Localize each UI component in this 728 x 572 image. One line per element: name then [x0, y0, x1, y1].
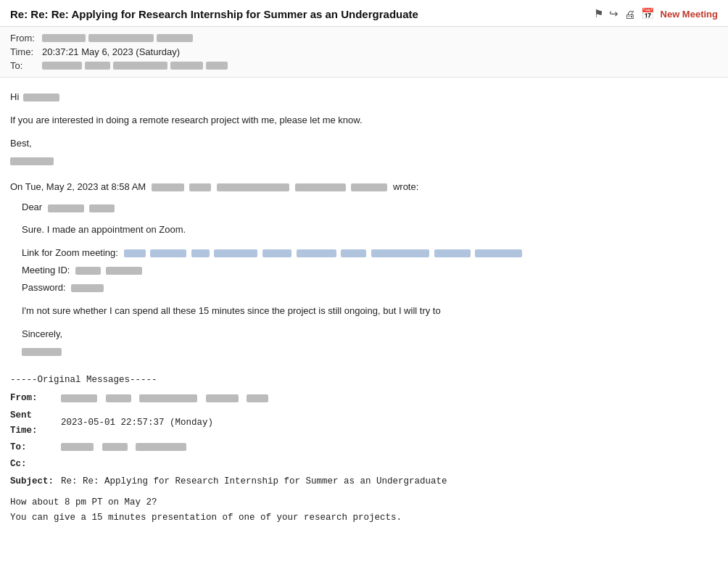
sincerely-word: Sincerely,	[22, 326, 718, 342]
to-email	[113, 62, 167, 70]
orig-from-2	[106, 394, 131, 402]
to-row: To:	[10, 60, 718, 71]
zoom-info-block: Link for Zoom meeting: Meeting ID: Passw…	[22, 245, 718, 296]
salutation-line: Hi	[10, 89, 718, 105]
sincerely-section: Sincerely,	[22, 326, 718, 360]
sure-line: Sure. I made an appointment on Zoom.	[22, 222, 718, 238]
original-from-row: From:	[10, 391, 718, 406]
closing-word: Best,	[10, 136, 718, 152]
from-name-1	[42, 34, 86, 42]
original-divider: -----Original Messages-----	[10, 373, 718, 388]
from-label: From:	[10, 33, 42, 43]
new-meeting-button[interactable]: New Meeting	[661, 9, 718, 20]
password-value	[71, 284, 104, 292]
original-body-line2: You can give a 15 minutes presentation o…	[10, 510, 718, 526]
quoted-sender-name	[22, 348, 62, 356]
orig-to-1	[61, 443, 94, 451]
zoom-url-part-4	[214, 249, 257, 257]
quoted-email	[217, 183, 289, 191]
orig-from-5	[247, 394, 268, 402]
dear-name-2	[89, 204, 115, 212]
flag-icon[interactable]: ⚑	[594, 7, 603, 20]
original-subject-row: Subject: Re: Re: Applying for Research I…	[10, 474, 718, 489]
closing-section: Best,	[10, 136, 718, 169]
original-body: How about 8 pm PT on May 2? You can give…	[10, 495, 718, 526]
orig-to-2	[102, 443, 128, 451]
dear-name-1	[48, 204, 84, 212]
email-subject: Re: Re: Re: Applying for Research Intern…	[10, 8, 594, 20]
not-sure-line: I'm not sure whether I can spend all the…	[22, 303, 718, 319]
email-meta: From: Time: 20:37:21 May 6, 2023 (Saturd…	[0, 27, 728, 78]
to-extra-2	[206, 62, 228, 70]
zoom-url-part-1	[124, 249, 146, 257]
meeting-id-row: Meeting ID:	[22, 262, 718, 278]
from-row: From:	[10, 33, 718, 43]
original-sent-value: 2023-05-01 22:57:37 (Monday)	[61, 415, 718, 431]
zoom-url-part-6	[297, 249, 336, 257]
original-sent-row: Sent Time: 2023-05-01 22:57:37 (Monday)	[10, 408, 718, 439]
zoom-link-label: Link for Zoom meeting:	[22, 247, 118, 258]
password-label: Password:	[22, 282, 66, 293]
forward-icon[interactable]: ↪	[609, 7, 619, 20]
quoted-extra-1	[295, 183, 346, 191]
zoom-url-part-9	[434, 249, 471, 257]
original-from-label: From:	[10, 391, 61, 406]
orig-to-3	[136, 443, 186, 451]
quoted-intro-text: On Tue, May 2, 2023 at 8:58 AM	[10, 181, 146, 192]
email-header: Re: Re: Re: Applying for Research Intern…	[0, 0, 728, 27]
time-value: 20:37:21 May 6, 2023 (Saturday)	[42, 46, 180, 57]
zoom-link-row: Link for Zoom meeting:	[22, 245, 718, 261]
meeting-id-label: Meeting ID:	[22, 265, 70, 275]
not-sure-text: I'm not sure whether I can spend all the…	[22, 305, 441, 316]
from-email	[88, 34, 154, 42]
original-from-value	[61, 391, 718, 406]
calendar-icon[interactable]: 📅	[641, 7, 655, 20]
to-label: To:	[10, 60, 42, 71]
zoom-url-part-10	[475, 249, 522, 257]
original-to-value	[61, 440, 718, 455]
quoted-name-2	[189, 183, 211, 191]
quoted-name-1	[152, 183, 184, 191]
zoom-url-part-8	[371, 249, 429, 257]
orig-from-4	[206, 394, 239, 402]
quoted-header-line: On Tue, May 2, 2023 at 8:58 AM wrote:	[10, 179, 718, 195]
original-cc-row: Cc:	[10, 457, 718, 472]
print-icon[interactable]: 🖨	[624, 8, 635, 20]
meeting-id-part-2	[106, 267, 142, 275]
to-extra-1	[170, 62, 203, 70]
meeting-id-part-1	[75, 267, 101, 275]
orig-from-1	[61, 394, 97, 402]
sure-text: Sure. I made an appointment on Zoom.	[22, 224, 186, 235]
recipient-name	[23, 94, 59, 101]
original-to-row: To:	[10, 440, 718, 455]
body-paragraph-1: If you are interested in doing a remote …	[10, 112, 718, 128]
header-actions: ⚑ ↪ 🖨 📅 New Meeting	[594, 7, 718, 20]
original-messages-section: -----Original Messages----- From: Sent T…	[10, 373, 718, 526]
dear-line: Dear	[22, 199, 718, 215]
to-name-2	[85, 62, 110, 70]
zoom-url-part-7	[341, 249, 366, 257]
original-subject-label: Subject:	[10, 474, 61, 489]
paragraph-1-text: If you are interested in doing a remote …	[10, 115, 363, 125]
original-to-label: To:	[10, 440, 61, 455]
password-row: Password:	[22, 280, 718, 296]
quoted-wrote-text: wrote:	[393, 181, 418, 192]
hi-text: Hi	[10, 89, 19, 105]
orig-from-3	[139, 394, 197, 402]
from-extra	[157, 34, 193, 42]
time-row: Time: 20:37:21 May 6, 2023 (Saturday)	[10, 46, 718, 57]
zoom-url-part-5	[262, 249, 291, 257]
email-body: Hi If you are interested in doing a remo…	[0, 78, 728, 526]
original-sent-label: Sent Time:	[10, 408, 61, 439]
original-subject-value: Re: Re: Applying for Research Internship…	[61, 474, 718, 489]
quoted-block: Dear Sure. I made an appointment on Zoom…	[22, 199, 718, 360]
quoted-extra-2	[351, 183, 387, 191]
original-body-line1: How about 8 pm PT on May 2?	[10, 495, 718, 510]
zoom-url-part-2	[150, 249, 186, 257]
to-name-1	[42, 62, 82, 70]
dear-text: Dear	[22, 202, 42, 212]
zoom-url-part-3	[191, 249, 210, 257]
original-cc-label: Cc:	[10, 457, 61, 472]
time-label: Time:	[10, 46, 42, 57]
sender-name	[10, 157, 54, 165]
